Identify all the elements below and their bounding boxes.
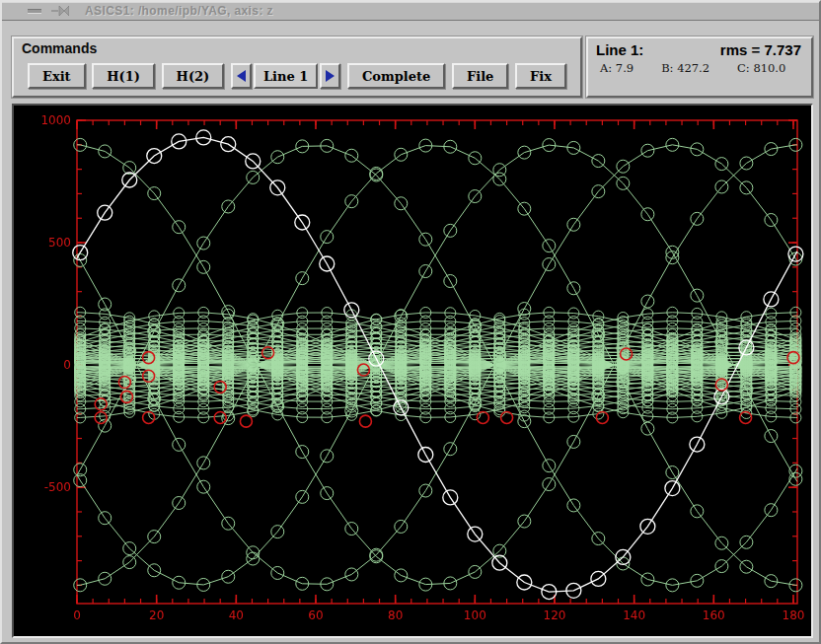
spinner-prev-button[interactable]: [231, 63, 252, 89]
line-info-panel: Line 1: rms = 7.737 A: 7.9 B: 427.2 C: 8…: [586, 36, 813, 98]
param-c: C: 810.0: [737, 61, 785, 75]
rms-value: rms = 7.737: [720, 41, 801, 58]
h1-button[interactable]: H(1): [92, 63, 155, 89]
left-arrow-icon: [237, 70, 246, 82]
plot-canvas[interactable]: [14, 106, 811, 636]
param-b: B: 427.2: [661, 61, 709, 75]
commands-panel: Commands Exit H(1) H(2) Line 1 Complete …: [12, 36, 582, 98]
spinner-next-button[interactable]: [320, 63, 340, 89]
line-spinner: Line 1: [231, 63, 340, 89]
line-info-title: Line 1:: [596, 41, 643, 58]
window-title: ASICS1: /home/ipb/YAG, axis: z: [85, 4, 273, 18]
h2-button[interactable]: H(2): [162, 63, 225, 89]
commands-label: Commands: [22, 40, 97, 56]
exit-button[interactable]: Exit: [28, 63, 86, 89]
right-arrow-icon: [326, 70, 335, 82]
commands-button-row: Exit H(1) H(2) Line 1 Complete File Fix: [28, 63, 566, 89]
plot-panel: [12, 104, 813, 638]
fix-button[interactable]: Fix: [515, 63, 566, 89]
spinner-value: Line 1: [254, 63, 318, 89]
param-a: A: 7.9: [600, 61, 634, 75]
line-fit-parameters: A: 7.9 B: 427.2 C: 810.0: [588, 58, 811, 75]
app-window: ASICS1: /home/ipb/YAG, axis: z Commands …: [0, 0, 821, 644]
complete-button[interactable]: Complete: [347, 63, 445, 89]
window-menu-icon[interactable]: [28, 9, 41, 14]
app-body: Commands Exit H(1) H(2) Line 1 Complete …: [2, 20, 819, 642]
file-button[interactable]: File: [452, 63, 508, 89]
window-pin-icon[interactable]: [51, 6, 69, 16]
line-info-header: Line 1: rms = 7.737: [588, 38, 811, 58]
titlebar[interactable]: ASICS1: /home/ipb/YAG, axis: z: [2, 2, 819, 21]
